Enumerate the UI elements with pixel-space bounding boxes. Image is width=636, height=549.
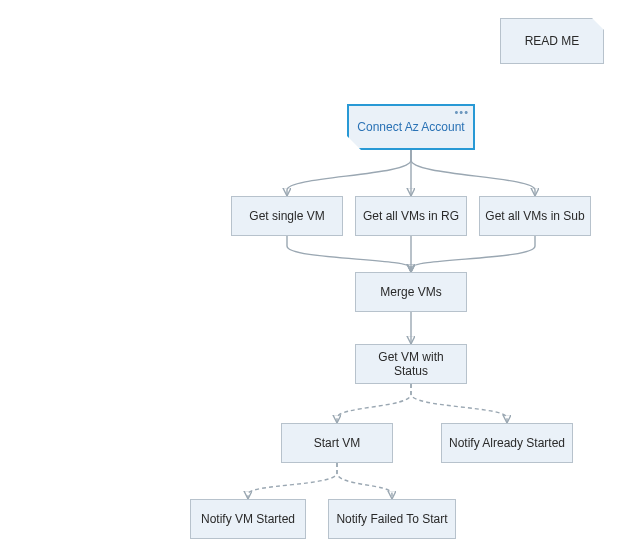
merge-vms-node[interactable]: Merge VMs [355,272,467,312]
node-label: Get single VM [249,209,324,223]
node-label: Notify VM Started [201,512,295,526]
node-label: Merge VMs [380,285,441,299]
connect-az-account-node[interactable]: Connect Az Account ••• [347,104,475,150]
notify-already-started-node[interactable]: Notify Already Started [441,423,573,463]
node-label: Get all VMs in RG [363,209,459,223]
node-label: Notify Failed To Start [336,512,447,526]
start-vm-node[interactable]: Start VM [281,423,393,463]
get-all-vms-rg-node[interactable]: Get all VMs in RG [355,196,467,236]
flowchart-canvas: READ ME Connect Az Account ••• Get singl… [0,0,636,549]
notify-failed-start-node[interactable]: Notify Failed To Start [328,499,456,539]
ellipsis-icon[interactable]: ••• [454,106,469,119]
node-label: Start VM [314,436,361,450]
connector-layer [0,0,636,549]
node-label: Get all VMs in Sub [485,209,584,223]
readme-label: READ ME [525,34,580,48]
node-label: Get VM with Status [360,350,462,379]
readme-node[interactable]: READ ME [500,18,604,64]
get-vm-status-node[interactable]: Get VM with Status [355,344,467,384]
get-all-vms-sub-node[interactable]: Get all VMs in Sub [479,196,591,236]
connect-label: Connect Az Account [357,120,464,134]
notify-vm-started-node[interactable]: Notify VM Started [190,499,306,539]
get-single-vm-node[interactable]: Get single VM [231,196,343,236]
node-label: Notify Already Started [449,436,565,450]
